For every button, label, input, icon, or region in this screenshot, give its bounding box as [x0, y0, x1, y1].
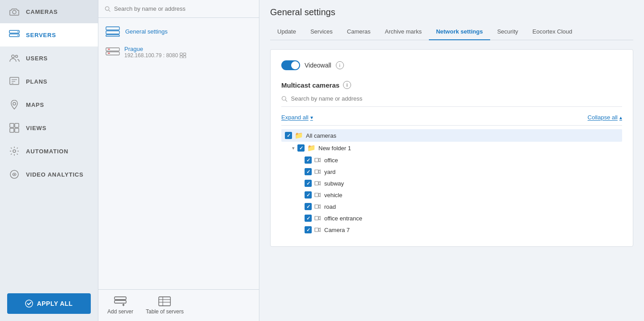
new-folder-1-label: New folder 1	[318, 145, 351, 152]
tree-item-new-folder-1: ▾ 📁 New folder 1	[281, 142, 622, 154]
sidebar-item-automation[interactable]: AUTOMATION	[0, 139, 98, 163]
camera-icon-vehicle	[314, 192, 322, 198]
tab-network-settings[interactable]: Network settings	[429, 24, 490, 40]
checkbox-camera-office-entrance[interactable]	[305, 215, 312, 222]
tabs: Update Services Cameras Archive marks Ne…	[270, 24, 633, 40]
svg-point-16	[13, 150, 16, 152]
svg-rect-27	[180, 53, 183, 55]
camera-icon-yard	[314, 169, 322, 174]
camera-office-entrance-label: office entrance	[324, 215, 362, 222]
servers-label: SERVERS	[26, 32, 56, 38]
checkbox-camera-7[interactable]	[305, 226, 312, 233]
camera-office-label: office	[324, 157, 338, 164]
plans-label: PLANS	[26, 78, 47, 85]
videowall-row: Videowall i	[281, 60, 622, 70]
expand-collapse-row: Expand all ▾ Collapse all ▴	[281, 111, 622, 126]
collapse-all-button[interactable]: Collapse all ▴	[588, 114, 622, 121]
folder-icon-new-folder-1: 📁	[307, 144, 316, 152]
sidebar-item-video-analytics[interactable]: VIDEO ANALYTICS	[0, 163, 98, 186]
servers-icon	[9, 30, 20, 40]
prague-server-item[interactable]: Prague 192.168.100.79 : 8080	[98, 41, 259, 63]
apply-all-icon	[25, 300, 33, 308]
svg-rect-7	[10, 77, 19, 84]
general-settings-item[interactable]: General settings	[98, 21, 259, 41]
camera-icon-office-entrance	[314, 215, 322, 221]
table-of-servers-button[interactable]: Table of servers	[146, 296, 184, 315]
prague-server-name: Prague	[124, 46, 186, 52]
maps-icon	[9, 99, 20, 110]
checkbox-camera-vehicle[interactable]	[305, 191, 312, 199]
camera-search-input[interactable]	[291, 95, 622, 102]
camera-road-label: road	[324, 203, 336, 210]
sidebar-bottom: APPLY ALL	[0, 286, 98, 321]
general-settings-icon	[106, 26, 120, 37]
svg-point-18	[14, 174, 15, 175]
checkbox-camera-subway[interactable]	[305, 180, 312, 187]
sidebar-item-views[interactable]: VIEWS	[0, 116, 98, 139]
svg-rect-32	[114, 300, 126, 303]
main-content: General settings Update Services Cameras…	[259, 0, 644, 321]
maps-label: MAPS	[26, 101, 44, 108]
prague-server-info: Prague 192.168.100.79 : 8080	[124, 46, 186, 59]
sidebar: CAMERAS SERVERS	[0, 0, 98, 321]
checkbox-camera-yard[interactable]	[305, 168, 312, 175]
video-analytics-label: VIDEO ANALYTICS	[26, 171, 84, 178]
video-analytics-icon	[9, 169, 20, 180]
sidebar-nav: CAMERAS SERVERS	[0, 0, 98, 286]
sidebar-item-plans[interactable]: PLANS	[0, 70, 98, 93]
users-label: USERS	[26, 55, 48, 62]
multicast-info-icon[interactable]: i	[343, 81, 351, 89]
add-server-icon	[114, 296, 127, 307]
server-search-input[interactable]	[114, 5, 253, 12]
add-server-button[interactable]: Add server	[107, 296, 133, 315]
chevron-down-icon: ▾	[310, 114, 313, 121]
camera-icon-camera7	[314, 227, 322, 232]
chevron-folder1-icon[interactable]: ▾	[292, 145, 295, 151]
svg-rect-13	[15, 123, 19, 127]
tab-cameras[interactable]: Cameras	[340, 24, 378, 40]
server-list: General settings Prague 192.168.100.79 :…	[98, 18, 259, 289]
videowall-toggle[interactable]	[281, 60, 300, 70]
cameras-label: CAMERAS	[26, 8, 58, 15]
users-icon	[9, 53, 20, 63]
tab-update[interactable]: Update	[270, 24, 303, 40]
checkbox-new-folder-1[interactable]	[297, 144, 305, 152]
camera-search-bar	[281, 95, 622, 107]
tab-security[interactable]: Security	[490, 24, 525, 40]
svg-rect-22	[106, 27, 119, 30]
folder-icon-all-cameras: 📁	[295, 131, 303, 139]
table-of-servers-icon	[158, 296, 171, 307]
tree-item-camera-subway: subway	[281, 177, 622, 189]
svg-line-21	[109, 10, 110, 11]
prague-server-addr: 192.168.100.79 : 8080	[124, 52, 186, 59]
all-cameras-label: All cameras	[306, 132, 336, 139]
automation-label: AUTOMATION	[26, 148, 68, 155]
checkbox-camera-office[interactable]	[305, 156, 312, 164]
videowall-info-icon[interactable]: i	[336, 61, 344, 69]
camera-search-icon	[281, 96, 288, 102]
expand-all-button[interactable]: Expand all ▾	[281, 114, 313, 121]
automation-icon	[9, 146, 20, 156]
tab-archive-marks[interactable]: Archive marks	[378, 24, 429, 40]
svg-point-6	[16, 55, 18, 58]
plans-icon	[9, 76, 20, 87]
svg-point-4	[17, 35, 18, 36]
sidebar-item-maps[interactable]: MAPS	[0, 93, 98, 116]
sidebar-item-users[interactable]: USERS	[0, 46, 98, 70]
camera-yard-label: yard	[324, 169, 335, 175]
svg-rect-12	[10, 123, 14, 127]
checkbox-camera-road[interactable]	[305, 203, 312, 210]
table-of-servers-label: Table of servers	[146, 308, 184, 315]
svg-point-0	[13, 10, 16, 14]
sidebar-item-cameras[interactable]: CAMERAS	[0, 0, 98, 23]
views-icon	[9, 122, 20, 133]
tree-item-camera-road: road	[281, 201, 622, 212]
checkbox-all-cameras[interactable]	[285, 132, 292, 139]
page-title: General settings	[270, 7, 633, 17]
camera-vehicle-label: vehicle	[324, 192, 342, 199]
tab-eocortex-cloud[interactable]: Eocortex Cloud	[525, 24, 580, 40]
tree-item-camera-office-entrance: office entrance	[281, 212, 622, 224]
tab-services[interactable]: Services	[303, 24, 340, 40]
apply-all-button[interactable]: APPLY ALL	[7, 293, 91, 314]
sidebar-item-servers[interactable]: SERVERS	[0, 23, 98, 46]
